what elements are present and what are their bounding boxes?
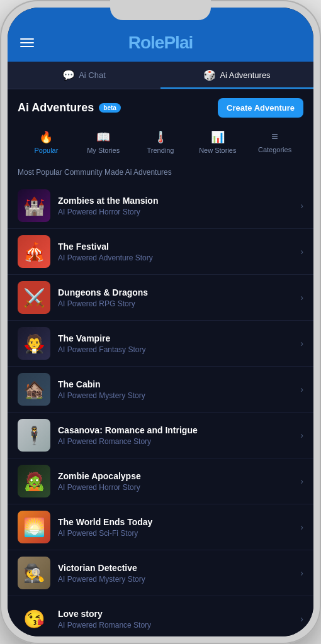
tab-ai-adventures-label: Ai Adventures bbox=[220, 70, 270, 80]
chevron-right-icon: › bbox=[300, 568, 303, 578]
adventure-info: Zombies at the Mansion AI Powered Horror… bbox=[58, 196, 293, 216]
adventure-info: The Festival AI Powered Adventure Story bbox=[58, 242, 293, 262]
thumb-emoji: 🕵️ bbox=[23, 563, 45, 584]
chevron-right-icon: › bbox=[300, 430, 303, 440]
chevron-right-icon: › bbox=[300, 247, 303, 257]
adventure-thumbnail: ⚔️ bbox=[18, 281, 50, 314]
phone-inner: RolePlai 💬 Ai Chat 🎲 Ai Adventures Ai Ad… bbox=[8, 8, 313, 636]
adventure-info: The Cabin AI Powered Mystery Story bbox=[58, 379, 293, 400]
main-content: Ai Adventures beta Create Adventure 🔥 Po… bbox=[8, 89, 313, 636]
thumb-emoji: 🕴️ bbox=[23, 425, 45, 446]
new-stories-icon: 📊 bbox=[211, 130, 225, 144]
list-item[interactable]: 🧟 Zombie Apocalypse AI Powered Horror St… bbox=[8, 458, 313, 504]
filter-tab-my-stories[interactable]: 📖 My Stories bbox=[75, 126, 132, 158]
adventure-info: Victorian Detective AI Powered Mystery S… bbox=[58, 563, 293, 584]
adventure-desc: AI Powered Romance Story bbox=[58, 437, 293, 446]
adventure-thumbnail: 🕵️ bbox=[18, 557, 50, 589]
logo-text: RolePlai bbox=[128, 33, 193, 52]
chevron-right-icon: › bbox=[300, 522, 303, 532]
list-item[interactable]: 🎪 The Festival AI Powered Adventure Stor… bbox=[8, 229, 313, 275]
filter-tab-popular-label: Popular bbox=[34, 147, 58, 154]
adventure-thumbnail: 🏰 bbox=[18, 189, 50, 222]
thumb-emoji: 🌅 bbox=[23, 517, 45, 538]
adventure-name: Love story bbox=[58, 609, 293, 619]
chat-icon: 💬 bbox=[62, 69, 75, 81]
tab-ai-chat[interactable]: 💬 Ai Chat bbox=[8, 62, 160, 89]
adventure-desc: AI Powered Horror Story bbox=[58, 208, 293, 216]
list-item[interactable]: 🧛 The Vampire AI Powered Fantasy Story › bbox=[8, 321, 313, 367]
list-item[interactable]: ⚔️ Dungeons & Dragons AI Powered RPG Sto… bbox=[8, 275, 313, 321]
adventure-name: The Vampire bbox=[58, 333, 293, 343]
main-tabs: 💬 Ai Chat 🎲 Ai Adventures bbox=[8, 62, 313, 89]
categories-icon: ≡ bbox=[271, 130, 278, 143]
chevron-right-icon: › bbox=[300, 476, 303, 486]
adventures-title: Ai Adventures bbox=[18, 101, 94, 114]
thumb-emoji: ⚔️ bbox=[23, 287, 45, 308]
list-item[interactable]: 🏰 Zombies at the Mansion AI Powered Horr… bbox=[8, 183, 313, 229]
adventure-name: Dungeons & Dragons bbox=[58, 287, 293, 297]
thumb-emoji: 🎪 bbox=[23, 242, 45, 262]
filter-tab-categories[interactable]: ≡ Categories bbox=[246, 126, 303, 158]
filter-tab-categories-label: Categories bbox=[258, 146, 291, 153]
adventure-name: The Cabin bbox=[58, 379, 293, 389]
thumb-emoji: 😘 bbox=[23, 609, 45, 630]
filter-tab-my-stories-label: My Stories bbox=[87, 147, 120, 154]
adventure-info: Dungeons & Dragons AI Powered RPG Story bbox=[58, 287, 293, 308]
adventure-info: Love story AI Powered Romance Story bbox=[58, 609, 293, 630]
adventure-desc: AI Powered Sci-Fi Story bbox=[58, 529, 293, 538]
popular-icon: 🔥 bbox=[39, 130, 53, 144]
adventure-list: 🏰 Zombies at the Mansion AI Powered Horr… bbox=[8, 183, 313, 636]
adventure-thumbnail: 🏚️ bbox=[18, 373, 50, 406]
my-stories-icon: 📖 bbox=[96, 130, 110, 144]
trending-icon: 🌡️ bbox=[154, 130, 167, 144]
filter-tabs: 🔥 Popular 📖 My Stories 🌡️ Trending 📊 New… bbox=[8, 124, 313, 165]
adventure-thumbnail: 🌅 bbox=[18, 511, 50, 543]
adventure-name: The Festival bbox=[58, 242, 293, 252]
adventure-name: Zombie Apocalypse bbox=[58, 471, 293, 481]
filter-tab-trending-label: Trending bbox=[147, 147, 174, 154]
filter-tab-new-stories[interactable]: 📊 New Stories bbox=[189, 126, 246, 158]
adventure-desc: AI Powered Horror Story bbox=[58, 483, 293, 492]
header: RolePlai bbox=[8, 28, 313, 62]
app-logo: RolePlai bbox=[128, 33, 193, 53]
tab-ai-adventures[interactable]: 🎲 Ai Adventures bbox=[160, 62, 313, 89]
thumb-emoji: 🧛 bbox=[23, 333, 45, 354]
adventure-desc: AI Powered RPG Story bbox=[58, 299, 293, 308]
create-adventure-button[interactable]: Create Adventure bbox=[218, 98, 303, 118]
list-item[interactable]: 🕴️ Casanova: Romance and Intrigue AI Pow… bbox=[8, 413, 313, 458]
adventure-thumbnail: 🎪 bbox=[18, 235, 50, 268]
adventure-thumbnail: 🧟 bbox=[18, 465, 50, 497]
adventures-title-group: Ai Adventures beta bbox=[18, 101, 121, 114]
adventures-header: Ai Adventures beta Create Adventure bbox=[8, 89, 313, 124]
phone-frame: RolePlai 💬 Ai Chat 🎲 Ai Adventures Ai Ad… bbox=[0, 0, 321, 644]
adventure-thumbnail: 🕴️ bbox=[18, 419, 50, 452]
thumb-emoji: 🏚️ bbox=[23, 379, 45, 400]
list-item[interactable]: 🕵️ Victorian Detective AI Powered Myster… bbox=[8, 550, 313, 596]
adventure-name: Zombies at the Mansion bbox=[58, 196, 293, 206]
filter-tab-new-stories-label: New Stories bbox=[199, 147, 236, 154]
beta-badge: beta bbox=[99, 103, 121, 113]
list-item[interactable]: 🏚️ The Cabin AI Powered Mystery Story › bbox=[8, 367, 313, 413]
adventure-desc: AI Powered Adventure Story bbox=[58, 253, 293, 262]
list-item[interactable]: 🌅 The World Ends Today AI Powered Sci-Fi… bbox=[8, 504, 313, 550]
filter-tab-trending[interactable]: 🌡️ Trending bbox=[132, 126, 189, 158]
adventures-icon: 🎲 bbox=[203, 69, 216, 81]
list-item[interactable]: 😘 Love story AI Powered Romance Story › bbox=[8, 596, 313, 636]
thumb-emoji: 🏰 bbox=[23, 196, 45, 216]
section-label: Most Popular Community Made Ai Adventure… bbox=[8, 165, 313, 183]
filter-tab-popular[interactable]: 🔥 Popular bbox=[18, 126, 75, 158]
adventure-desc: AI Powered Mystery Story bbox=[58, 391, 293, 400]
adventure-name: Casanova: Romance and Intrigue bbox=[58, 425, 293, 435]
adventure-name: Victorian Detective bbox=[58, 563, 293, 573]
hamburger-menu[interactable] bbox=[20, 38, 34, 47]
adventure-info: Zombie Apocalypse AI Powered Horror Stor… bbox=[58, 471, 293, 492]
adventure-info: The World Ends Today AI Powered Sci-Fi S… bbox=[58, 517, 293, 538]
adventure-desc: AI Powered Fantasy Story bbox=[58, 345, 293, 354]
chevron-right-icon: › bbox=[300, 384, 303, 394]
chevron-right-icon: › bbox=[300, 338, 303, 348]
chevron-right-icon: › bbox=[300, 614, 303, 624]
adventure-desc: AI Powered Mystery Story bbox=[58, 575, 293, 584]
chevron-right-icon: › bbox=[300, 201, 303, 211]
adventure-info: Casanova: Romance and Intrigue AI Powere… bbox=[58, 425, 293, 446]
chevron-right-icon: › bbox=[300, 292, 303, 303]
